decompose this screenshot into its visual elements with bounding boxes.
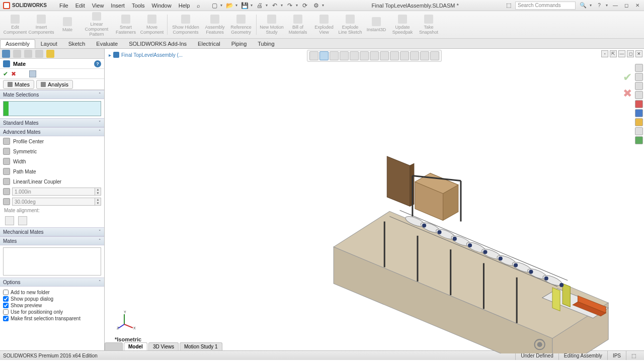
pm-ok-icon[interactable]: ✔: [3, 70, 8, 77]
tab-electrical[interactable]: Electrical: [192, 39, 226, 48]
align-same-button[interactable]: [5, 216, 14, 225]
breadcrumb-arrow-icon[interactable]: ▸: [109, 52, 111, 58]
viewport-minimize-icon[interactable]: ―: [618, 50, 625, 57]
section-mates-list[interactable]: Mates˄: [0, 236, 104, 245]
section-standard-mates[interactable]: Standard Mates˅: [0, 118, 104, 127]
tab-sketch[interactable]: Sketch: [63, 39, 91, 48]
menu-help[interactable]: Help: [179, 3, 190, 9]
orientation-triad[interactable]: Y X Z: [117, 310, 137, 330]
view-settings-icon[interactable]: [400, 51, 409, 60]
mate-selections-listbox[interactable]: [3, 101, 101, 116]
menu-edit[interactable]: Edit: [75, 3, 85, 9]
close-button[interactable]: ✕: [634, 2, 641, 9]
undo-icon[interactable]: ↶: [271, 2, 279, 10]
hud-more-icon[interactable]: [410, 51, 419, 60]
tab-addins[interactable]: SOLIDWORKS Add-Ins: [123, 39, 192, 48]
tab-assembly[interactable]: Assembly: [0, 39, 35, 48]
mates-listbox[interactable]: [3, 247, 101, 276]
menu-window[interactable]: Window: [152, 3, 172, 9]
section-options[interactable]: Options˄: [0, 278, 104, 287]
save-icon[interactable]: 💾: [240, 2, 249, 10]
angle-input[interactable]: [12, 198, 95, 206]
mate-symmetric[interactable]: Symmetric: [0, 146, 104, 156]
fm-tab-display-icon[interactable]: [46, 50, 54, 58]
angle-mate-icon[interactable]: [3, 198, 10, 205]
option-checkbox-1[interactable]: [3, 296, 9, 302]
prev-view-icon[interactable]: [330, 51, 339, 60]
mate-path[interactable]: Path Mate: [0, 166, 104, 176]
search-icon[interactable]: 🔍: [580, 2, 587, 9]
subtab-mates[interactable]: Mates: [3, 80, 34, 89]
fm-tab-dimxpert-icon[interactable]: [35, 50, 43, 58]
tab-layout[interactable]: Layout: [35, 39, 63, 48]
mate-width[interactable]: Width: [0, 156, 104, 166]
section-mate-selections[interactable]: Mate Selections˄: [0, 90, 104, 99]
hud-more2-icon[interactable]: [420, 51, 429, 60]
zoom-area-icon[interactable]: [319, 51, 329, 60]
open-icon[interactable]: 📂: [225, 2, 233, 10]
menu-pin-icon[interactable]: ⌕: [197, 3, 200, 9]
ribbon-bom: Bill of Materials: [286, 12, 310, 37]
viewport-single-icon[interactable]: ▫: [601, 50, 608, 57]
help-icon[interactable]: ?: [596, 2, 603, 9]
redo-icon[interactable]: ↷: [286, 2, 294, 10]
zoom-fit-icon[interactable]: [309, 51, 318, 60]
search-commands-input[interactable]: Search Commands: [515, 2, 576, 10]
pm-preview-icon[interactable]: [19, 70, 26, 77]
fm-tab-property-mgr-icon[interactable]: [13, 50, 21, 58]
new-doc-icon[interactable]: ▢: [210, 2, 218, 10]
option-2[interactable]: Show preview: [3, 303, 101, 308]
display-style-icon[interactable]: [360, 51, 369, 60]
pm-pin-icon[interactable]: [29, 70, 36, 77]
angle-spinner[interactable]: ▲▼: [95, 198, 101, 206]
tab-evaluate[interactable]: Evaluate: [91, 39, 123, 48]
option-checkbox-3[interactable]: [3, 309, 9, 315]
fm-tab-feature-tree-icon[interactable]: [2, 50, 10, 58]
section-view-icon[interactable]: [340, 51, 349, 60]
menu-tools[interactable]: Tools: [132, 3, 145, 9]
bottom-tab-model[interactable]: Model: [124, 342, 147, 350]
pm-help-icon[interactable]: ?: [94, 60, 101, 67]
menu-view[interactable]: View: [92, 3, 104, 9]
mate-linear-coupler[interactable]: Linear/Linear Coupler: [0, 176, 104, 187]
bottom-tab-motion-study[interactable]: Motion Study 1: [180, 342, 222, 350]
viewport-link-icon[interactable]: ⇱: [610, 50, 617, 57]
option-4[interactable]: Make first selection transparent: [3, 316, 101, 321]
search-scope-icon[interactable]: ⬚: [506, 2, 511, 9]
option-checkbox-2[interactable]: [3, 303, 9, 308]
distance-input[interactable]: [12, 188, 95, 196]
fm-tab-config-icon[interactable]: [24, 50, 32, 58]
subtab-analysis[interactable]: Analysis: [36, 80, 73, 89]
menu-file[interactable]: File: [59, 3, 68, 9]
option-checkbox-0[interactable]: [3, 290, 9, 295]
section-advanced-mates[interactable]: Advanced Mates˄: [0, 127, 104, 136]
print-icon[interactable]: 🖨: [256, 2, 264, 10]
distance-mate-icon[interactable]: [3, 188, 10, 195]
viewport-close-icon[interactable]: ✕: [635, 50, 642, 57]
option-checkbox-4[interactable]: [3, 316, 9, 321]
distance-spinner[interactable]: ▲▼: [95, 188, 101, 196]
hide-show-icon[interactable]: [370, 51, 379, 60]
graphics-viewport[interactable]: ▸ Final TopLevelAssembly (... ▫ ⇱ ― ◻ ✕: [105, 49, 644, 350]
bottom-tab-3dviews[interactable]: 3D Views: [148, 342, 179, 350]
section-mechanical-mates[interactable]: Mechanical Mates˅: [0, 227, 104, 236]
options-icon[interactable]: ⚙: [312, 2, 320, 10]
tab-piping[interactable]: Piping: [226, 39, 253, 48]
option-1[interactable]: Show popup dialog: [3, 296, 101, 302]
minimize-button[interactable]: ―: [612, 2, 619, 9]
align-opposite-button[interactable]: [18, 216, 27, 225]
hud-more3-icon[interactable]: [430, 51, 439, 60]
option-0[interactable]: Add to new folder: [3, 290, 101, 295]
menu-insert[interactable]: Insert: [111, 3, 125, 9]
rebuild-icon[interactable]: ⟳: [301, 2, 309, 10]
option-3[interactable]: Use for positioning only: [3, 309, 101, 315]
pm-cancel-icon[interactable]: ✖: [11, 70, 16, 77]
viewport-maximize-icon[interactable]: ◻: [627, 50, 634, 57]
mate-profile-center[interactable]: Profile Center: [0, 136, 104, 146]
apply-scene-icon[interactable]: [390, 51, 399, 60]
view-orient-icon[interactable]: [350, 51, 359, 60]
maximize-button[interactable]: ◻: [623, 2, 630, 9]
edit-appearance-icon[interactable]: [380, 51, 389, 60]
breadcrumb-text[interactable]: Final TopLevelAssembly (...: [121, 52, 183, 58]
tab-tubing[interactable]: Tubing: [252, 39, 280, 48]
